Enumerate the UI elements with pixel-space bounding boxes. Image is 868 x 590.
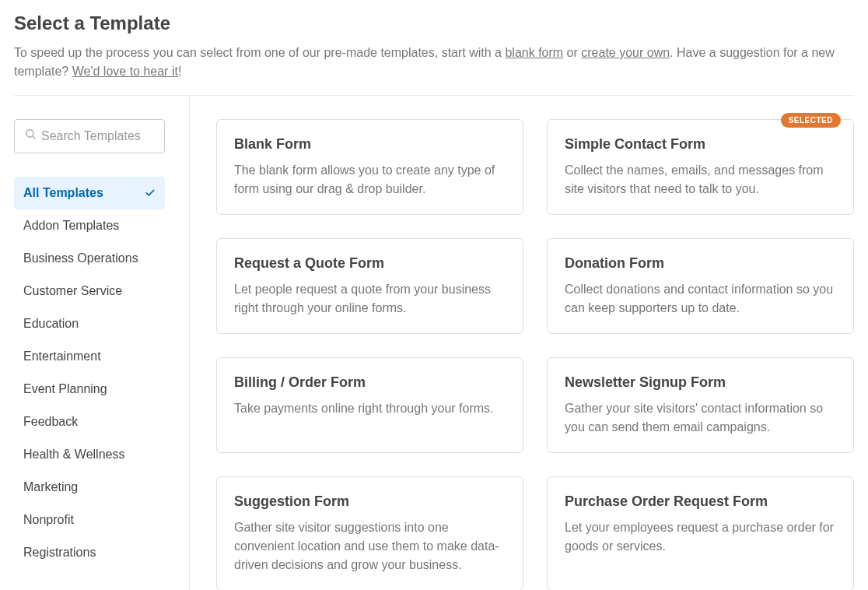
category-item[interactable]: Business Operations [14,242,165,275]
svg-line-1 [33,136,35,139]
category-item[interactable]: Addon Templates [14,209,165,242]
category-label: Registrations [23,543,96,562]
category-item[interactable]: Marketing [14,471,165,504]
template-card[interactable]: SELECTEDSimple Contact FormCollect the n… [547,119,854,215]
category-item[interactable]: Nonprofit [14,504,165,536]
template-desc: Collect donations and contact informatio… [565,280,836,318]
category-item[interactable]: Feedback [14,406,165,438]
intro-or: or [563,46,581,59]
page-title: Select a Template [14,9,854,37]
template-title: Simple Contact Form [565,134,836,155]
template-content: Blank FormThe blank form allows you to c… [190,96,854,590]
intro-prefix: To speed up the process you can select f… [14,46,505,59]
category-label: All Templates [23,184,103,202]
category-label: Marketing [23,478,78,497]
category-item[interactable]: Event Planning [14,373,165,406]
template-title: Billing / Order Form [234,372,506,393]
category-item[interactable]: Entertainment [14,340,165,373]
category-item[interactable]: Health & Wellness [14,438,165,471]
template-card[interactable]: Donation FormCollect donations and conta… [547,238,854,334]
template-title: Request a Quote Form [234,253,506,274]
template-desc: Let people request a quote from your bus… [234,280,506,318]
template-desc: Let your employees request a purchase or… [565,518,836,556]
template-desc: Gather site visitor suggestions into one… [234,518,506,574]
category-label: Education [23,314,79,333]
suggestion-link[interactable]: We'd love to hear it [72,65,178,78]
template-title: Suggestion Form [234,491,506,512]
template-title: Newsletter Signup Form [565,372,836,393]
category-item[interactable]: All Templates [14,177,165,209]
sidebar: All TemplatesAddon TemplatesBusiness Ope… [14,96,190,590]
category-label: Health & Wellness [23,445,124,464]
category-label: Feedback [23,413,78,431]
template-desc: The blank form allows you to create any … [234,161,506,198]
search-icon [24,127,41,146]
intro-text: To speed up the process you can select f… [14,44,854,81]
category-label: Event Planning [23,380,107,399]
template-title: Purchase Order Request Form [565,491,836,512]
selected-badge: SELECTED [781,113,841,128]
category-label: Nonprofit [23,511,74,529]
template-card[interactable]: Suggestion FormGather site visitor sugge… [216,476,523,590]
category-label: Entertainment [23,347,101,366]
category-item[interactable]: Registrations [14,536,165,569]
template-card[interactable]: Newsletter Signup FormGather your site v… [547,357,854,453]
template-card[interactable]: Purchase Order Request FormLet your empl… [547,476,854,590]
category-label: Addon Templates [23,216,119,235]
search-box[interactable] [14,119,165,153]
intro-suffix: ! [178,65,181,78]
template-card[interactable]: Request a Quote FormLet people request a… [216,238,523,334]
template-grid: Blank FormThe blank form allows you to c… [216,119,854,590]
blank-form-link[interactable]: blank form [505,46,563,59]
category-list: All TemplatesAddon TemplatesBusiness Ope… [14,177,165,569]
template-desc: Gather your site visitors' contact infor… [565,399,836,437]
template-desc: Collect the names, emails, and messages … [565,161,836,198]
template-desc: Take payments online right through your … [234,399,506,418]
check-icon [145,188,156,198]
category-label: Customer Service [23,282,122,300]
category-item[interactable]: Education [14,307,165,340]
create-own-link[interactable]: create your own [581,46,670,59]
template-title: Blank Form [234,134,506,155]
category-item[interactable]: Customer Service [14,275,165,307]
template-title: Donation Form [565,253,836,274]
template-card[interactable]: Blank FormThe blank form allows you to c… [216,119,523,215]
template-card[interactable]: Billing / Order FormTake payments online… [216,357,523,453]
search-input[interactable] [41,129,155,143]
category-label: Business Operations [23,249,138,268]
